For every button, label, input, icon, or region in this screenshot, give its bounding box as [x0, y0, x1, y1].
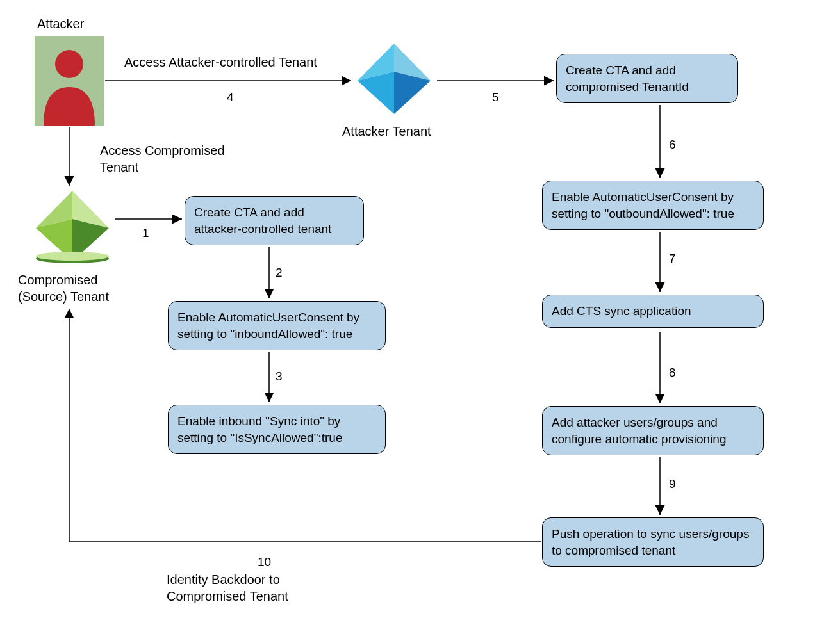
diagram-canvas: Attacker Attacker Tenant Compromised (So… — [0, 0, 840, 618]
arrows-layer — [0, 0, 840, 618]
